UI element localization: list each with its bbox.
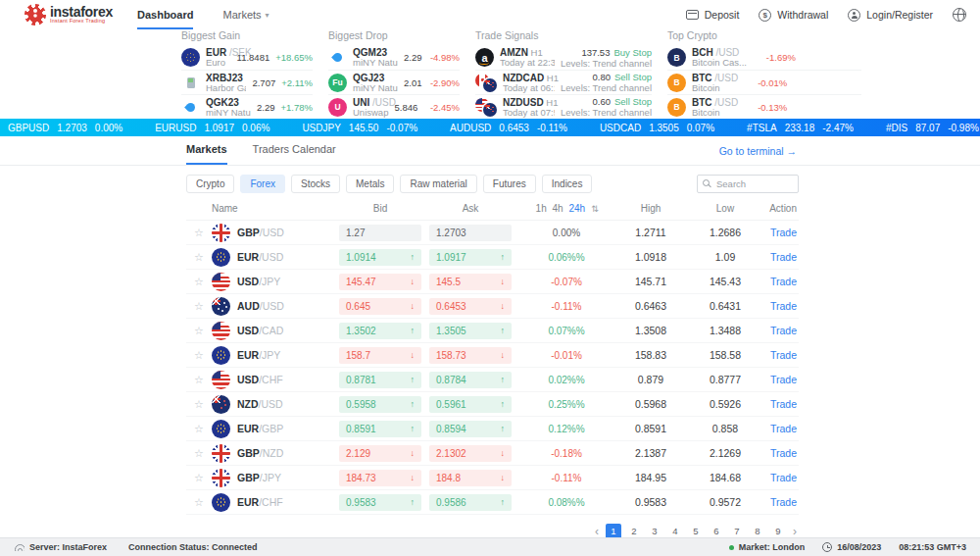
login-register-button[interactable]: Login/Register — [848, 9, 933, 22]
ask-price-box[interactable]: 1.2703 — [429, 225, 512, 241]
instrument-cell[interactable]: GBP/NZD — [212, 444, 339, 463]
page-prev-button[interactable]: ‹ — [593, 525, 601, 538]
nav-item-dashboard[interactable]: Dashboard — [137, 0, 193, 29]
ticker-item[interactable]: USDCAD1.35050.07% — [600, 123, 714, 133]
favorite-star-icon[interactable]: ☆ — [186, 447, 212, 460]
panel-item[interactable]: BBTC /USDBitcoin-0.01% — [667, 70, 861, 94]
instrument-cell[interactable]: NZD/USD — [212, 395, 339, 414]
logo[interactable]: instaforex Instant Forex Trading — [24, 4, 113, 25]
panel-item[interactable]: XRBJ23Harbor Gaso...2.707+2.11% — [181, 70, 313, 94]
instrument-cell[interactable]: GBP/USD — [212, 224, 339, 242]
trade-link[interactable]: Trade — [762, 325, 799, 336]
ask-price-box[interactable]: 158.73↓ — [429, 347, 512, 364]
col-header-change[interactable]: 1h 4h 24h ⇅ — [519, 203, 613, 214]
instrument-cell[interactable]: USD/JPY — [212, 273, 339, 291]
favorite-star-icon[interactable]: ☆ — [186, 472, 212, 484]
instrument-cell[interactable]: GBP/JPY — [212, 469, 339, 487]
ask-price-box[interactable]: 1.0917↑ — [429, 249, 512, 266]
ask-price-box[interactable]: 0.8784↑ — [429, 372, 512, 388]
trade-link[interactable]: Trade — [762, 251, 799, 263]
panel-item[interactable]: EUR /SEKEuro11.8481+18.65% — [181, 45, 313, 70]
trade-link[interactable]: Trade — [762, 349, 799, 361]
bid-price-box[interactable]: 158.7↓ — [339, 347, 421, 364]
instrument-cell[interactable]: USD/CHF — [212, 371, 339, 389]
panel-item[interactable]: FuQGJ23miNY Natura...2.01-2.90% — [328, 70, 460, 94]
bid-price-box[interactable]: 145.47↓ — [339, 274, 421, 290]
bid-price-box[interactable]: 1.27 — [339, 225, 421, 241]
panel-item[interactable]: NZDCAD H1Today at 06:190.80Sell StopLeve… — [475, 70, 652, 94]
trade-link[interactable]: Trade — [762, 227, 799, 238]
trade-link[interactable]: Trade — [762, 374, 799, 385]
bid-price-box[interactable]: 0.645↓ — [339, 298, 421, 315]
bid-price-box[interactable]: 184.73↓ — [339, 470, 421, 486]
sort-icon[interactable]: ⇅ — [591, 204, 599, 214]
category-crypto[interactable]: Crypto — [186, 175, 234, 193]
ask-price-box[interactable]: 1.3505↑ — [429, 323, 512, 339]
withdrawal-button[interactable]: $Withdrawal — [759, 9, 828, 22]
trade-link[interactable]: Trade — [762, 496, 799, 508]
ask-price-box[interactable]: 184.8↓ — [429, 470, 512, 486]
page-next-button[interactable]: › — [791, 525, 799, 538]
category-raw-material[interactable]: Raw material — [400, 175, 476, 193]
category-stocks[interactable]: Stocks — [291, 175, 340, 193]
ask-price-box[interactable]: 0.9586↑ — [429, 494, 512, 511]
instrument-cell[interactable]: EUR/JPY — [212, 346, 339, 365]
panel-item[interactable]: NZDUSD H1Today at 07:530.60Sell StopLeve… — [475, 94, 652, 119]
bid-price-box[interactable]: 1.0914↑ — [339, 249, 421, 266]
favorite-star-icon[interactable]: ☆ — [186, 496, 212, 509]
bid-price-box[interactable]: 0.9583↑ — [339, 494, 421, 511]
search-input[interactable] — [697, 175, 799, 193]
tab-traders-calendar[interactable]: Traders Calendar — [253, 143, 336, 165]
ask-price-box[interactable]: 0.5961↑ — [429, 396, 512, 413]
bid-price-box[interactable]: 0.8591↑ — [339, 421, 421, 437]
favorite-star-icon[interactable]: ☆ — [186, 300, 212, 313]
panel-item[interactable]: aAMZN H1Today at 22:30137.53Buy StopLeve… — [475, 45, 652, 70]
favorite-star-icon[interactable]: ☆ — [186, 423, 212, 435]
interval-24h[interactable]: 24h — [568, 203, 585, 214]
favorite-star-icon[interactable]: ☆ — [186, 398, 212, 411]
panel-item[interactable]: QGK23miNY Natura...2.29+1.78% — [181, 94, 313, 119]
ticker-item[interactable]: #DIS87.07-0.98% — [886, 123, 979, 133]
ticker-item[interactable]: AUDUSD0.6453-0.11% — [450, 123, 567, 133]
ask-price-box[interactable]: 145.5↓ — [429, 274, 512, 290]
trade-link[interactable]: Trade — [762, 472, 799, 483]
bid-price-box[interactable]: 0.8781↑ — [339, 372, 421, 388]
instrument-cell[interactable]: EUR/GBP — [212, 420, 339, 438]
instrument-cell[interactable]: USD/CAD — [212, 322, 339, 340]
panel-item[interactable]: QGM23miNY Natura...2.29-4.98% — [328, 45, 460, 70]
interval-4h[interactable]: 4h — [552, 203, 563, 214]
favorite-star-icon[interactable]: ☆ — [186, 349, 212, 362]
ticker-item[interactable]: #TSLA233.18-2.47% — [747, 123, 854, 133]
ticker-item[interactable]: GBPUSD1.27030.00% — [8, 123, 122, 133]
nav-item-markets[interactable]: Markets▾ — [222, 0, 269, 29]
language-globe-icon[interactable] — [953, 8, 966, 22]
favorite-star-icon[interactable]: ☆ — [186, 325, 212, 337]
interval-1h[interactable]: 1h — [536, 203, 547, 214]
panel-item[interactable]: UUNI /USDUniswap5.846-2.45% — [328, 94, 460, 119]
category-futures[interactable]: Futures — [483, 175, 536, 193]
trade-link[interactable]: Trade — [762, 276, 799, 287]
ticker-item[interactable]: USDJPY145.50-0.07% — [302, 123, 417, 133]
category-indices[interactable]: Indices — [542, 175, 593, 193]
bid-price-box[interactable]: 2.129↓ — [339, 445, 421, 462]
ticker-item[interactable]: EURUSD1.09170.06% — [155, 123, 270, 133]
ask-price-box[interactable]: 0.8594↑ — [429, 421, 512, 437]
trade-link[interactable]: Trade — [762, 447, 799, 459]
deposit-button[interactable]: Deposit — [686, 9, 740, 21]
favorite-star-icon[interactable]: ☆ — [186, 374, 212, 386]
favorite-star-icon[interactable]: ☆ — [186, 251, 212, 264]
panel-item[interactable]: BBTC /USDBitcoin-0.13% — [667, 94, 861, 119]
category-forex[interactable]: Forex — [240, 175, 285, 193]
trade-link[interactable]: Trade — [762, 300, 799, 312]
instrument-cell[interactable]: EUR/USD — [212, 248, 339, 267]
category-metals[interactable]: Metals — [346, 175, 394, 193]
go-to-terminal-link[interactable]: Go to terminal → — [719, 145, 797, 165]
instrument-cell[interactable]: AUD/USD — [212, 297, 339, 316]
instrument-cell[interactable]: EUR/CHF — [212, 493, 339, 512]
favorite-star-icon[interactable]: ☆ — [186, 276, 212, 288]
ask-price-box[interactable]: 0.6453↓ — [429, 298, 512, 315]
ask-price-box[interactable]: 2.1302↓ — [429, 445, 512, 462]
bid-price-box[interactable]: 1.3502↑ — [339, 323, 421, 339]
favorite-star-icon[interactable]: ☆ — [186, 227, 212, 239]
trade-link[interactable]: Trade — [762, 423, 799, 434]
